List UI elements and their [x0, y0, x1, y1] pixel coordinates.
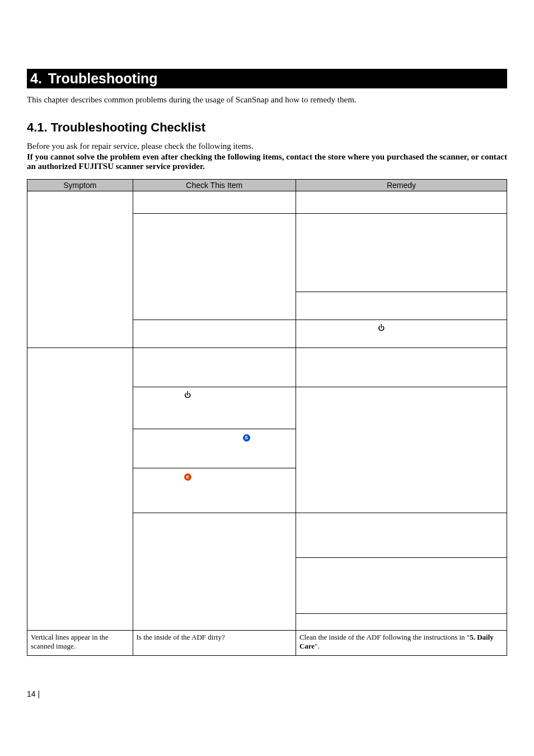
remedy-cell: Clean the inside of the ADF following th… — [296, 631, 507, 656]
troubleshooting-table: Symptom Check This Item Remedy ⏻ ⏻ — [27, 179, 507, 656]
chapter-title: Troubleshooting — [48, 71, 158, 86]
chapter-intro: This chapter describes common problems d… — [27, 95, 507, 105]
table-row — [27, 348, 507, 387]
power-icon: ⏻ — [184, 391, 191, 399]
power-icon: ⏻ — [378, 324, 385, 332]
table-header-row: Symptom Check This Item Remedy — [27, 180, 507, 191]
col-remedy: Remedy — [296, 180, 507, 191]
check-cell: Is the inside of the ADF dirty? — [133, 631, 296, 656]
s-icon: S — [243, 434, 250, 442]
symptom-cell: Vertical lines appear in the scanned ima… — [27, 631, 133, 656]
chapter-heading: 4. Troubleshooting — [27, 69, 507, 88]
e-icon: e — [184, 473, 191, 481]
table-row — [27, 191, 507, 214]
chapter-number: 4. — [30, 71, 42, 86]
col-check: Check This Item — [133, 180, 296, 191]
section-pre-note: Before you ask for repair service, pleas… — [27, 142, 507, 151]
col-symptom: Symptom — [27, 180, 133, 191]
section-heading: 4.1. Troubleshooting Checklist — [27, 120, 507, 135]
section-title: Troubleshooting Checklist — [51, 120, 205, 134]
section-bold-note: If you cannot solve the problem even aft… — [27, 152, 507, 171]
section-number: 4.1. — [27, 120, 48, 134]
table-row: Vertical lines appear in the scanned ima… — [27, 631, 507, 656]
page-number: 14 | — [27, 689, 507, 698]
